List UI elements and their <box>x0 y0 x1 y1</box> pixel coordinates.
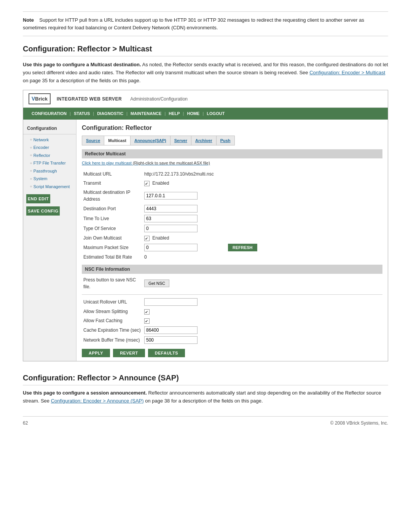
refresh-button[interactable]: REFRESH <box>228 244 257 251</box>
sidebar-item-script[interactable]: Script Management <box>23 183 76 191</box>
webui-box: VBrick INTEGRATED WEB SERVER Administrat… <box>23 90 388 361</box>
field-label: Transmit <box>82 179 143 188</box>
integrated-label: INTEGRATED WEB SERVER <box>57 96 122 102</box>
nsc-header: NSC File Information <box>82 265 382 274</box>
field-value: http://172.22.173.10/vbs2multi.nsc <box>143 169 382 179</box>
table-row: Time To Live <box>82 214 382 224</box>
field-value <box>143 188 382 204</box>
tab-multicast[interactable]: Multicast <box>104 136 131 145</box>
tab-server[interactable]: Server <box>170 136 191 145</box>
sidebar-item-ftp[interactable]: FTP File Transfer <box>23 159 76 167</box>
get-nsc-button[interactable]: Get NSC <box>144 280 169 287</box>
table-row: Transmit Enabled <box>82 179 382 188</box>
table-row: Allow Stream Splitting <box>82 307 382 316</box>
fast-caching-checkbox[interactable] <box>144 318 150 324</box>
table-row: Cache Expiration Time (sec) <box>82 325 382 335</box>
webui-sidebar: Configuration Network Encoder Reflector … <box>23 120 76 361</box>
revert-button[interactable]: REVERT <box>113 349 145 357</box>
webui-header: VBrick INTEGRATED WEB SERVER Administrat… <box>23 90 388 108</box>
section2-link[interactable]: Configuration: Encoder > Announce (SAP) <box>51 398 144 404</box>
webui-nav: CONFIGURATION | STATUS | DIAGNOSTIC | MA… <box>23 108 388 120</box>
table-row: Estimated Total Bit Rate 0 <box>82 252 382 262</box>
nsc-btn-cell: Get NSC <box>143 275 382 291</box>
nav-status[interactable]: STATUS <box>71 110 93 118</box>
end-edit-button[interactable]: END EDIT <box>26 194 50 203</box>
tab-source[interactable]: Source <box>82 136 104 145</box>
join-multicast-checkbox[interactable] <box>144 236 150 241</box>
nav-configuration[interactable]: CONFIGURATION <box>29 110 70 118</box>
unicast-rollover-input[interactable] <box>144 298 198 306</box>
section1-intro-bold: Use this page to configure a Multicast d… <box>23 62 141 67</box>
table-row: Type Of Service <box>82 224 382 233</box>
nav-logout[interactable]: LOGOUT <box>204 110 228 118</box>
table-row: Allow Fast Caching <box>82 316 382 325</box>
section1-title: Configuration: Reflector > Multicast <box>23 43 388 56</box>
logo-v: V <box>32 96 35 102</box>
table-row: Multicast destination IP Address <box>82 188 382 204</box>
section2-intro: Use this page to configure a session ann… <box>23 389 388 405</box>
stream-splitting-checkbox[interactable] <box>144 309 150 315</box>
field-value <box>143 325 382 335</box>
form-table: Multicast URL http://172.22.173.10/vbs2m… <box>82 169 382 262</box>
multicast-ip-input[interactable] <box>144 192 198 200</box>
note-text: Support for HTTP pull from a URL include… <box>23 17 364 30</box>
top-note: Note Support for HTTP pull from a URL in… <box>23 11 388 36</box>
type-of-service-input[interactable] <box>144 225 198 232</box>
cache-expiration-input[interactable] <box>144 326 198 334</box>
table-row: Destination Port <box>82 204 382 214</box>
footer-buttons: APPLY REVERT DEFAULTS <box>82 349 382 357</box>
sidebar-item-network[interactable]: Network <box>23 136 76 144</box>
field-value <box>143 335 382 345</box>
nav-diagnostic[interactable]: DIAGNOSTIC <box>94 110 126 118</box>
note-label: Note <box>23 17 34 23</box>
field-label: Cache Expiration Time (sec) <box>82 325 143 335</box>
sidebar-title: Configuration <box>23 123 76 134</box>
sidebar-item-encoder[interactable]: Encoder <box>23 144 76 152</box>
table-row: Network Buffer Time (msec) <box>82 335 382 345</box>
section2-title: Configuration: Reflector > Announce (SAP… <box>23 372 388 385</box>
section1-intro-end: on page 35 for a description of the fiel… <box>23 78 140 83</box>
field-value <box>143 214 382 224</box>
table-row: Maximum Packet Size REFRESH <box>82 243 382 252</box>
section1-link[interactable]: Configuration: Encoder > Multicast <box>309 70 385 75</box>
tab-archiver[interactable]: Archiver <box>191 136 217 145</box>
nav-help[interactable]: HELP <box>166 110 183 118</box>
sidebar-item-system[interactable]: System <box>23 175 76 183</box>
tab-push[interactable]: Push <box>217 136 234 145</box>
field-label: Maximum Packet Size <box>82 243 143 252</box>
sidebar-item-passthrough[interactable]: Passthrough <box>23 167 76 175</box>
logo-box: VBrick <box>29 93 51 104</box>
sidebar-item-reflector[interactable]: Reflector <box>23 152 76 160</box>
field-label: Multicast destination IP Address <box>82 188 143 204</box>
page-footer: 62 © 2008 VBrick Systems, Inc. <box>23 416 388 427</box>
tab-announce-sap[interactable]: Announce(SAP) <box>131 136 170 145</box>
field-label: Allow Fast Caching <box>82 316 143 325</box>
ttl-input[interactable] <box>144 215 198 222</box>
play-multicast-link[interactable]: Click here to play multicast (Right-clic… <box>82 160 382 166</box>
save-config-button[interactable]: SAVE CONFIG <box>26 206 60 216</box>
nav-maintenance[interactable]: MAINTENANCE <box>127 110 164 118</box>
max-packet-size-input[interactable] <box>144 244 198 251</box>
table-row: Join Own Multicast Enabled <box>82 233 382 243</box>
field-value <box>143 204 382 214</box>
page-number: 62 <box>23 420 28 427</box>
divider <box>82 294 382 295</box>
defaults-button[interactable]: DEFAULTS <box>148 349 185 357</box>
webui-body: Configuration Network Encoder Reflector … <box>23 120 388 361</box>
destination-port-input[interactable] <box>144 205 198 212</box>
field-label: Allow Stream Splitting <box>82 307 143 316</box>
nsc-press-label: Press button to save NSC file. <box>82 275 143 291</box>
apply-button[interactable]: APPLY <box>82 349 110 357</box>
nsc-form-table: Press button to save NSC file. Get NSC <box>82 275 382 291</box>
field-label: Type Of Service <box>82 224 143 233</box>
click-link-note: (Right-click to save the multicast ASX f… <box>133 161 210 165</box>
field-label: Estimated Total Bit Rate <box>82 252 143 262</box>
table-row: Press button to save NSC file. Get NSC <box>82 275 382 291</box>
field-label: Unicast Rollover URL <box>82 297 143 307</box>
transmit-checkbox[interactable] <box>144 181 150 186</box>
webui-main: Configuration: Reflector Source Multicas… <box>76 120 388 361</box>
nav-home[interactable]: HOME <box>184 110 202 118</box>
network-buffer-input[interactable] <box>144 336 198 344</box>
field-label: Multicast URL <box>82 169 143 179</box>
reflector-multicast-header: Reflector Multicast <box>82 149 382 158</box>
